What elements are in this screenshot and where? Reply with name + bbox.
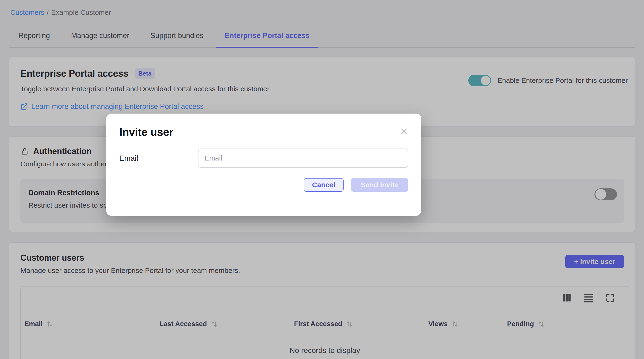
cancel-button[interactable]: Cancel: [304, 178, 344, 192]
invite-user-modal: Invite user Email Cancel Send invite: [106, 114, 421, 216]
send-invite-button[interactable]: Send invite: [351, 178, 408, 192]
close-icon[interactable]: [400, 127, 408, 136]
email-input[interactable]: [198, 149, 408, 168]
email-label: Email: [119, 154, 198, 163]
modal-title: Invite user: [119, 125, 173, 139]
